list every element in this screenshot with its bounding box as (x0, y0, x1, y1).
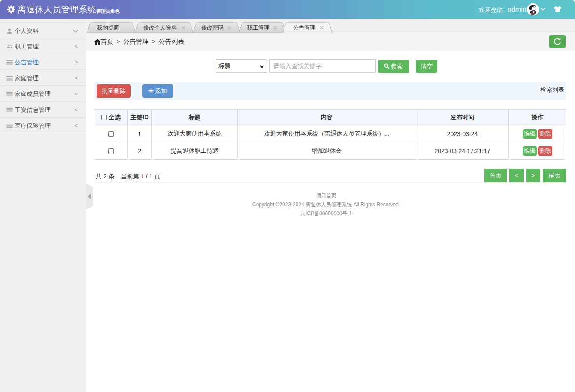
svg-text:我的桌面: 我的桌面 (97, 24, 119, 31)
svg-text:修改个人资料: 修改个人资料 (143, 24, 177, 31)
svg-text:修改密码: 修改密码 (201, 24, 224, 31)
svg-text:公告管理: 公告管理 (293, 24, 315, 31)
svg-text:职工管理: 职工管理 (247, 24, 269, 31)
